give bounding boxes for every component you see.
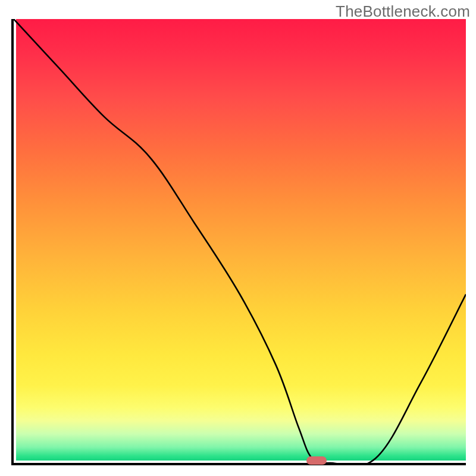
bottleneck-curve (14, 19, 466, 463)
plot-area (11, 19, 466, 465)
watermark-text: TheBottleneck.com (336, 2, 470, 21)
curve-layer (14, 19, 466, 463)
optimal-marker (306, 456, 327, 465)
bottleneck-chart: TheBottleneck.com (0, 0, 476, 476)
